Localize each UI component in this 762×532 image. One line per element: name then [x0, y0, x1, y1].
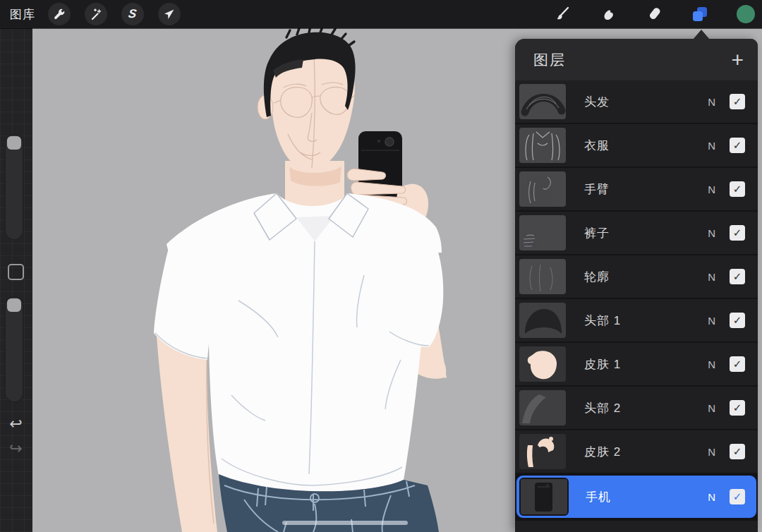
color-picker-button[interactable] — [737, 5, 755, 23]
magic-wand-icon — [89, 7, 103, 21]
smudge-finger-icon — [600, 6, 617, 23]
blend-mode-badge[interactable]: N — [708, 446, 715, 458]
blend-mode-badge[interactable]: N — [708, 358, 715, 370]
wrench-icon — [52, 7, 66, 21]
layer-thumbnail-arms-shape[interactable] — [519, 434, 566, 469]
layer-row[interactable]: 轮廓 N ✓ — [515, 255, 758, 298]
eraser-tool-button[interactable] — [645, 5, 663, 23]
visibility-checkbox[interactable]: ✓ — [730, 400, 745, 416]
undo-icon: ↩ — [9, 416, 22, 432]
visibility-checkbox[interactable]: ✓ — [730, 138, 745, 153]
visibility-checkbox[interactable]: ✓ — [730, 444, 745, 459]
layers-panel-header: 图层 + — [515, 39, 758, 80]
layer-row[interactable]: 皮肤 1 N ✓ — [515, 343, 758, 385]
layers-panel: 图层 + 头发 N ✓ 衣服 N ✓ 手臂 N ✓ 裤子 N ✓ 轮廓 N ✓ … — [515, 39, 758, 532]
layer-row[interactable]: 头部 1 N ✓ — [515, 299, 758, 341]
eraser-icon — [646, 6, 663, 23]
layer-name: 头发 — [584, 94, 610, 110]
layer-row[interactable]: 手机 N ✓ — [515, 474, 758, 519]
blend-mode-badge[interactable]: N — [708, 183, 715, 195]
layer-name: 轮廓 — [584, 269, 610, 285]
layer-thumbnail-arm-sketch[interactable] — [519, 171, 566, 207]
layer-name: 裤子 — [584, 225, 610, 241]
layer-thumbnail-hair-shape[interactable] — [519, 303, 566, 338]
visibility-checkbox[interactable]: ✓ — [730, 181, 745, 197]
canvas-artwork[interactable] — [32, 28, 519, 532]
add-layer-button[interactable]: + — [731, 49, 744, 71]
layer-row[interactable]: 头部 2 N ✓ — [515, 387, 758, 429]
layer-thumbnail-hair-sketch[interactable] — [519, 84, 566, 119]
brush-size-slider-handle[interactable] — [7, 136, 21, 150]
layer-name: 头部 2 — [584, 400, 621, 416]
layer-name: 衣服 — [584, 138, 610, 154]
paint-brush-icon — [554, 6, 571, 23]
blend-mode-badge[interactable]: N — [708, 491, 715, 503]
brush-size-slider[interactable] — [5, 134, 23, 240]
transform-button[interactable] — [158, 3, 181, 25]
color-swatch-icon — [737, 5, 755, 23]
adjustments-button[interactable] — [85, 3, 107, 25]
layers-panel-title: 图层 — [533, 50, 731, 70]
blend-mode-badge[interactable]: N — [708, 315, 715, 327]
layer-row[interactable]: 皮肤 2 N ✓ — [515, 430, 758, 473]
layers-panel-button[interactable] — [691, 5, 709, 23]
undo-button[interactable]: ↩ — [0, 413, 32, 435]
visibility-checkbox[interactable]: ✓ — [730, 225, 745, 241]
layer-name: 皮肤 1 — [584, 356, 621, 373]
selection-icon: S — [128, 7, 138, 21]
layers-list-filler — [515, 521, 758, 532]
layer-name: 手机 — [586, 489, 611, 505]
layer-name: 皮肤 2 — [584, 444, 621, 460]
home-indicator[interactable] — [282, 521, 408, 525]
blend-mode-badge[interactable]: N — [708, 402, 715, 414]
panel-caret — [693, 30, 710, 40]
actions-button[interactable] — [48, 3, 71, 25]
sidebar: ↩ ↪ — [0, 28, 32, 532]
layer-name: 手臂 — [584, 181, 610, 198]
blend-mode-badge[interactable]: N — [708, 227, 715, 239]
smudge-tool-button[interactable] — [599, 5, 617, 23]
visibility-checkbox[interactable]: ✓ — [730, 269, 745, 284]
layer-name: 头部 1 — [584, 313, 621, 329]
opacity-slider[interactable] — [5, 296, 23, 402]
visibility-checkbox[interactable]: ✓ — [730, 489, 745, 504]
opacity-slider-handle[interactable] — [7, 298, 21, 312]
blend-mode-badge[interactable]: N — [708, 271, 715, 283]
layer-thumbnail-shirt-sketch[interactable] — [519, 128, 566, 163]
visibility-checkbox[interactable]: ✓ — [730, 313, 745, 328]
layer-row[interactable]: 裤子 N ✓ — [515, 212, 758, 254]
blend-mode-badge[interactable]: N — [708, 140, 715, 152]
layer-thumbnail-head-shade[interactable] — [519, 390, 566, 425]
transform-arrow-icon — [162, 7, 176, 21]
layer-thumbnail-pants-sketch[interactable] — [519, 215, 566, 250]
gallery-button[interactable]: 图库 — [10, 6, 35, 23]
redo-icon: ↪ — [9, 441, 22, 457]
visibility-checkbox[interactable]: ✓ — [730, 356, 745, 372]
modify-button[interactable] — [8, 264, 24, 280]
layer-row[interactable]: 衣服 N ✓ — [515, 124, 758, 167]
layer-thumbnail-phone[interactable] — [521, 479, 567, 514]
layer-thumbnail-outline-sketch[interactable] — [519, 259, 566, 294]
visibility-checkbox[interactable]: ✓ — [730, 94, 745, 109]
selection-button[interactable]: S — [121, 3, 144, 25]
layer-row[interactable]: 手臂 N ✓ — [515, 168, 758, 210]
redo-button[interactable]: ↪ — [0, 437, 32, 460]
layer-thumbnail-face-shape[interactable] — [519, 346, 566, 382]
layers-list: 头发 N ✓ 衣服 N ✓ 手臂 N ✓ 裤子 N ✓ 轮廓 N ✓ 头部 1 … — [515, 80, 758, 532]
layer-row[interactable]: 头发 N ✓ — [515, 80, 758, 123]
layers-stack-icon — [691, 5, 709, 23]
blend-mode-badge[interactable]: N — [708, 96, 715, 108]
top-toolbar: 图库 S — [0, 0, 762, 28]
brush-tool-button[interactable] — [553, 5, 572, 23]
